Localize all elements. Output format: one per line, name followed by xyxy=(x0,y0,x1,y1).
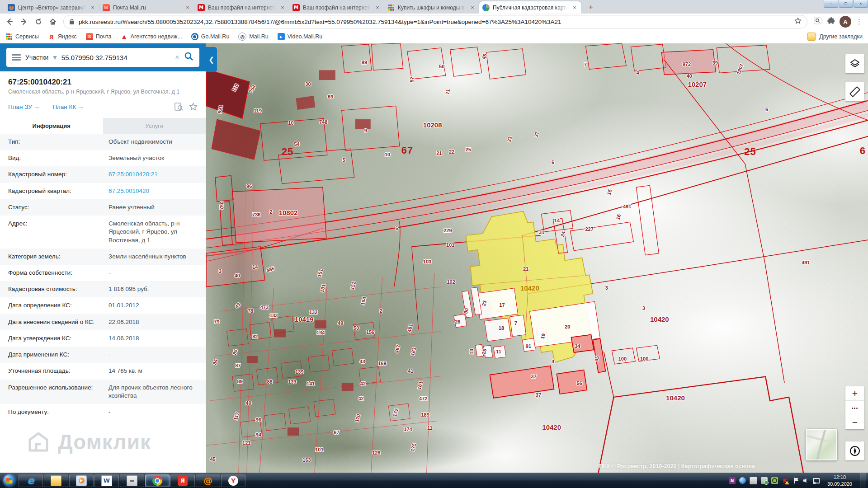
bookmark-star-icon[interactable] xyxy=(794,17,802,26)
plan-zu-link[interactable]: План ЗУ → xyxy=(8,103,40,110)
bookmark-env[interactable]: Почта xyxy=(86,33,112,41)
map-canvas[interactable]: 8950457497239401307102075771110754306959… xyxy=(206,43,868,473)
bookmark-vid[interactable]: Video.Mail.Ru xyxy=(278,33,323,41)
parcel-label: 154 xyxy=(360,296,367,305)
home-button[interactable] xyxy=(46,15,60,28)
globe-icon[interactable] xyxy=(739,477,746,484)
chevron-down-icon[interactable]: ▼ xyxy=(53,55,57,61)
parcel-label: 156 xyxy=(366,329,374,335)
menu-dots-icon[interactable]: ⋮ xyxy=(856,18,863,26)
nvidia-icon[interactable] xyxy=(771,477,778,484)
parcel-label: 131 xyxy=(319,284,326,293)
kaspersky-icon[interactable] xyxy=(782,477,788,484)
tab-услуги[interactable]: Услуги xyxy=(103,118,206,134)
new-tab-button[interactable]: + xyxy=(585,1,597,13)
parcel-label: 6 xyxy=(860,145,866,157)
parcel-label: 10 xyxy=(385,152,390,157)
action-center-flag-icon[interactable] xyxy=(792,477,799,484)
info-row-value[interactable]: 67:25:0010420 xyxy=(108,187,198,195)
parcel-label: 21 xyxy=(523,266,528,272)
zoom-in-button[interactable]: + xyxy=(845,386,864,400)
tab-close-icon[interactable]: × xyxy=(374,4,381,11)
search-bar[interactable]: Участки ▼ 55.079950 32.759134 × xyxy=(6,48,199,67)
taskbar-windows-explorer[interactable] xyxy=(44,474,68,487)
device-icon[interactable] xyxy=(750,477,757,484)
start-button[interactable] xyxy=(0,473,18,488)
extensions-puzzle-icon[interactable] xyxy=(827,17,835,27)
tab-close-icon[interactable]: × xyxy=(89,4,96,11)
ruler-button[interactable] xyxy=(845,82,864,101)
taskbar-media-player[interactable] xyxy=(69,474,94,487)
show-desktop-button[interactable] xyxy=(860,473,866,488)
info-row-label: Форма собственности: xyxy=(8,269,108,277)
tab-close-icon[interactable]: × xyxy=(469,4,476,11)
taskbar-chrome[interactable] xyxy=(145,474,170,487)
forward-button[interactable] xyxy=(17,15,31,28)
address-bar[interactable]: pkk.rosreestr.ru/#/search/55.08000535202… xyxy=(63,15,807,28)
taskbar-mailru-agent[interactable] xyxy=(196,474,220,487)
bookmark-go[interactable]: Go.Mail.Ru xyxy=(191,33,230,41)
at-bookmark-icon xyxy=(238,33,246,41)
browser-tab[interactable]: МВаш профайл на интернет-аукц× xyxy=(194,1,289,14)
info-row-value: Объект недвижимости xyxy=(108,138,198,146)
onenote-icon[interactable] xyxy=(729,477,736,484)
info-row: Дата внесения сведений о КС:22.06.2018 xyxy=(0,314,206,330)
info-row-value[interactable]: 67:25:0010420:21 xyxy=(108,170,198,178)
taskbar-device-manager[interactable] xyxy=(120,474,144,487)
network-icon[interactable] xyxy=(813,477,820,484)
overview-minimap[interactable] xyxy=(806,429,837,460)
menu-hamburger-icon[interactable] xyxy=(12,54,21,61)
taskbar-clock[interactable]: 12:18 30.09.2020 xyxy=(823,474,856,488)
sidebar-collapse-button[interactable]: ❮ xyxy=(206,47,217,72)
search-document-icon[interactable] xyxy=(175,103,184,111)
info-row: Адрес:Смоленская область, р-н Ярцевский,… xyxy=(0,216,206,249)
bookmark-ya[interactable]: Яндекс xyxy=(48,33,77,41)
maximize-button[interactable]: □ xyxy=(839,0,853,8)
plan-kk-link[interactable]: План КК → xyxy=(52,103,84,110)
meshok-favicon-icon: М xyxy=(292,4,300,11)
parcel-label: 24 xyxy=(560,231,566,238)
close-button[interactable]: × xyxy=(854,0,868,8)
bookmark-grid[interactable]: Сервисы xyxy=(5,33,39,41)
browser-tab[interactable]: Купить шкафы и комоды в Смо× xyxy=(384,1,479,14)
browser-tab[interactable]: Почта Mail.ru× xyxy=(99,1,194,14)
tab-close-icon[interactable]: × xyxy=(279,4,286,11)
search-input[interactable]: 55.079950 32.759134 xyxy=(61,54,170,61)
taskbar-yandex-browser[interactable] xyxy=(170,474,195,487)
info-row-label: Статус: xyxy=(8,203,108,211)
profile-avatar[interactable]: A xyxy=(840,16,851,28)
browser-tab[interactable]: Публичная кадастровая карта× xyxy=(479,1,581,14)
zoom-more-button[interactable]: ••• xyxy=(845,400,864,415)
favorite-star-icon[interactable] xyxy=(189,103,198,111)
parcel-label: 100 xyxy=(640,356,648,361)
compass-icon xyxy=(849,445,861,457)
search-extension-icon[interactable] xyxy=(814,17,823,27)
parcel-label: 40 xyxy=(246,400,251,406)
env-bookmark-icon xyxy=(86,33,93,40)
reload-button[interactable] xyxy=(32,15,45,28)
taskbar-word[interactable] xyxy=(94,474,119,487)
parcel-label: 45 xyxy=(481,53,487,61)
zoom-out-button[interactable]: − xyxy=(845,415,864,429)
layers-button[interactable] xyxy=(845,54,864,73)
other-bookmarks[interactable]: Другие закладки xyxy=(799,33,863,41)
usb-safely-remove-icon[interactable] xyxy=(761,477,768,484)
locate-button[interactable] xyxy=(845,441,864,460)
bookmark-tri[interactable]: Агентство недвиж... xyxy=(121,33,182,41)
parcel-label: 37 xyxy=(536,392,541,398)
back-button[interactable] xyxy=(3,15,16,28)
browser-tab[interactable]: @Центр «Вектор» завершил клин× xyxy=(5,1,99,14)
volume-icon[interactable] xyxy=(802,477,809,484)
tab-close-icon[interactable]: × xyxy=(571,4,578,11)
taskbar-internet-explorer[interactable] xyxy=(19,474,43,487)
bookmark-at[interactable]: Mail.Ru xyxy=(238,33,268,41)
search-category-select[interactable]: Участки xyxy=(25,54,48,61)
minimize-button[interactable]: – xyxy=(824,0,838,8)
search-submit-icon[interactable] xyxy=(184,52,194,63)
clear-search-icon[interactable]: × xyxy=(175,53,179,62)
browser-tab[interactable]: МВаш профайл на интернет-аукц× xyxy=(289,1,384,14)
internet-explorer-icon xyxy=(26,476,36,486)
tab-информация[interactable]: Информация xyxy=(0,118,103,134)
tab-close-icon[interactable]: × xyxy=(184,4,191,11)
taskbar-yandex[interactable] xyxy=(221,474,245,487)
